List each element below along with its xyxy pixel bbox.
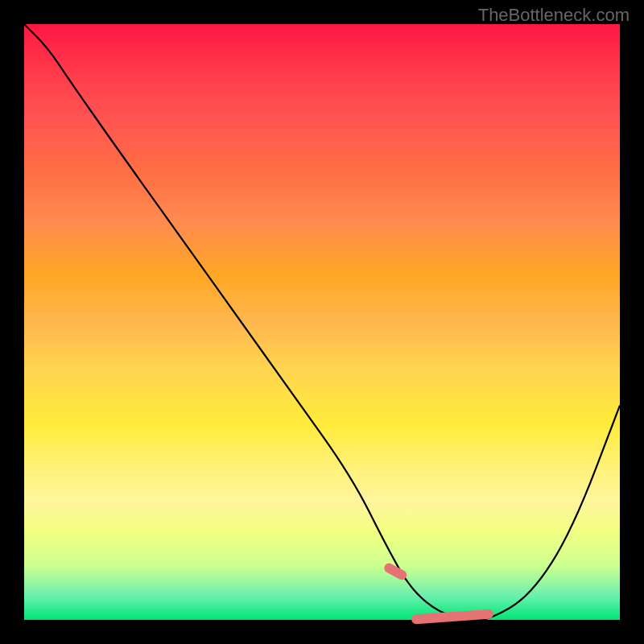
watermark-text: TheBottleneck.com — [478, 5, 630, 26]
chart-gradient-background — [24, 24, 620, 620]
